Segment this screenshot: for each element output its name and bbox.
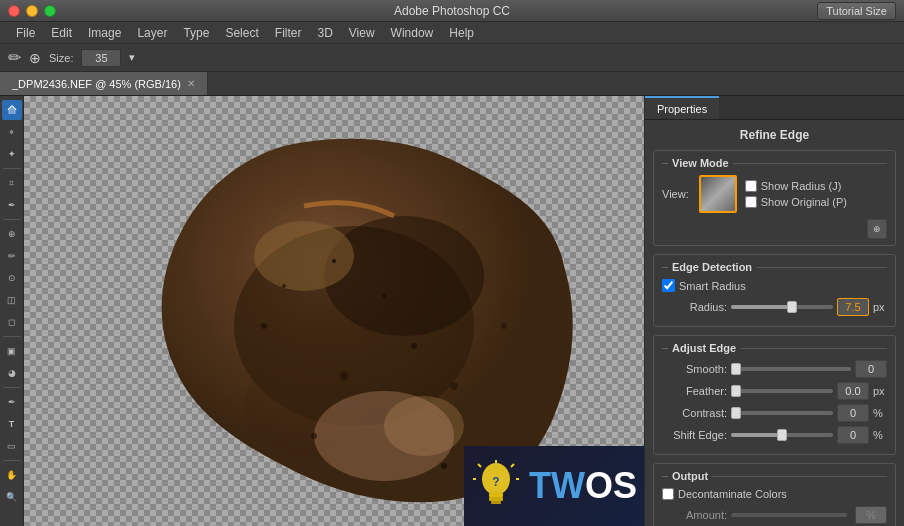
svg-rect-17 — [489, 493, 503, 497]
smart-radius-row: Smart Radius — [662, 279, 887, 292]
contrast-slider[interactable] — [731, 411, 833, 415]
menu-filter[interactable]: Filter — [267, 26, 310, 40]
svg-point-5 — [314, 391, 454, 481]
size-input[interactable] — [81, 49, 121, 67]
contrast-unit: % — [873, 407, 887, 419]
tool-magic-wand[interactable]: ✦ — [2, 144, 22, 164]
radius-slider[interactable] — [731, 305, 833, 309]
shift-edge-slider[interactable] — [731, 433, 833, 437]
adjust-edge-title: Adjust Edge — [662, 342, 887, 354]
window-controls — [8, 5, 56, 17]
svg-point-15 — [441, 463, 447, 469]
amount-row: Amount: % — [662, 506, 887, 524]
smart-radius-label: Smart Radius — [679, 280, 746, 292]
tool-zoom[interactable]: 🔍 — [2, 487, 22, 507]
smooth-label: Smooth: — [662, 363, 727, 375]
output-title: Output — [662, 470, 887, 482]
tool-pen[interactable]: ✒ — [2, 392, 22, 412]
panel-tab-properties[interactable]: Properties — [645, 96, 719, 119]
radius-row: Radius: px — [662, 298, 887, 316]
svg-line-22 — [511, 464, 514, 467]
adjust-edge-section: Adjust Edge Smooth: Feather: — [653, 335, 896, 455]
menu-image[interactable]: Image — [80, 26, 129, 40]
document-tab[interactable]: _DPM2436.NEF @ 45% (RGB/16) ✕ — [0, 72, 208, 95]
amount-value: % — [855, 506, 887, 524]
svg-rect-18 — [489, 497, 503, 501]
svg-point-11 — [450, 382, 458, 390]
svg-point-3 — [254, 221, 354, 291]
feather-value[interactable] — [837, 382, 869, 400]
tool-text[interactable]: T — [2, 414, 22, 434]
canvas-area[interactable]: ? TWOS — [24, 96, 644, 526]
close-tab-icon[interactable]: ✕ — [187, 78, 195, 89]
app-title: Adobe Photoshop CC — [394, 4, 510, 18]
decontaminate-label: Decontaminate Colors — [678, 488, 787, 500]
svg-point-12 — [282, 284, 286, 288]
menu-type[interactable]: Type — [175, 26, 217, 40]
right-panel: Properties Refine Edge View Mode View: — [644, 96, 904, 526]
tool-divider-3 — [3, 336, 21, 337]
tool-crop[interactable]: ⌗ — [2, 173, 22, 193]
size-dropdown-icon[interactable]: ▾ — [129, 51, 135, 64]
tool-eyedropper[interactable]: ✒ — [2, 195, 22, 215]
tool-gradient[interactable]: ▣ — [2, 341, 22, 361]
svg-rect-19 — [491, 501, 501, 504]
decontaminate-checkbox[interactable] — [662, 488, 674, 500]
smart-radius-checkbox[interactable] — [662, 279, 675, 292]
tool-history[interactable]: ◫ — [2, 290, 22, 310]
tool-divider-5 — [3, 460, 21, 461]
tool-shape[interactable]: ▭ — [2, 436, 22, 456]
decontaminate-row: Decontaminate Colors — [662, 488, 887, 500]
document-tab-label: _DPM2436.NEF @ 45% (RGB/16) — [12, 78, 181, 90]
show-original-checkbox[interactable] — [745, 196, 757, 208]
svg-point-13 — [501, 323, 507, 329]
radius-value[interactable] — [837, 298, 869, 316]
menu-view[interactable]: View — [341, 26, 383, 40]
maximize-button[interactable] — [44, 5, 56, 17]
shift-edge-unit: % — [873, 429, 887, 441]
menu-window[interactable]: Window — [383, 26, 442, 40]
feather-label: Feather: — [662, 385, 727, 397]
view-mode-section: View Mode View: Show Radius (J) — [653, 150, 896, 246]
amount-label: Amount: — [662, 509, 727, 521]
feather-slider[interactable] — [731, 389, 833, 393]
tool-divider-1 — [3, 168, 21, 169]
svg-point-7 — [340, 372, 348, 380]
menu-layer[interactable]: Layer — [129, 26, 175, 40]
tool-dodge[interactable]: ◕ — [2, 363, 22, 383]
tool-lasso[interactable]: ⌖ — [2, 122, 22, 142]
menu-file[interactable]: File — [8, 26, 43, 40]
smooth-slider[interactable] — [731, 367, 851, 371]
svg-point-6 — [261, 323, 267, 329]
show-radius-row: Show Radius (J) — [745, 180, 847, 192]
tool-hand[interactable]: ✋ — [2, 465, 22, 485]
shift-edge-row: Shift Edge: % — [662, 426, 887, 444]
smooth-value[interactable] — [855, 360, 887, 378]
edge-detection-section: Edge Detection Smart Radius Radius: px — [653, 254, 896, 327]
contrast-value[interactable] — [837, 404, 869, 422]
shift-edge-value[interactable] — [837, 426, 869, 444]
tool-move[interactable]: ⟰ — [2, 100, 22, 120]
panel-tab-bar: Properties — [645, 96, 904, 120]
tool-clone[interactable]: ⊙ — [2, 268, 22, 288]
menu-select[interactable]: Select — [217, 26, 266, 40]
menu-help[interactable]: Help — [441, 26, 482, 40]
tool-eraser[interactable]: ◻ — [2, 312, 22, 332]
view-thumbnail[interactable] — [699, 175, 737, 213]
brush-icon: ✏ — [8, 48, 21, 67]
show-radius-checkbox[interactable] — [745, 180, 757, 192]
panel-content: Refine Edge View Mode View: — [645, 120, 904, 526]
watermark-text: TWOS — [529, 465, 637, 507]
refine-radius-tool[interactable]: ⊕ — [867, 219, 887, 239]
tutorial-size-button[interactable]: Tutorial Size — [817, 2, 896, 20]
tool-heal[interactable]: ⊕ — [2, 224, 22, 244]
radius-label: Radius: — [662, 301, 727, 313]
title-bar: Adobe Photoshop CC Tutorial Size — [0, 0, 904, 22]
menu-3d[interactable]: 3D — [309, 26, 340, 40]
tool-brush[interactable]: ✏ — [2, 246, 22, 266]
contrast-row: Contrast: % — [662, 404, 887, 422]
view-mode-row: View: Show Radius (J) Show Original (P) — [662, 175, 887, 213]
menu-edit[interactable]: Edit — [43, 26, 80, 40]
minimize-button[interactable] — [26, 5, 38, 17]
close-button[interactable] — [8, 5, 20, 17]
